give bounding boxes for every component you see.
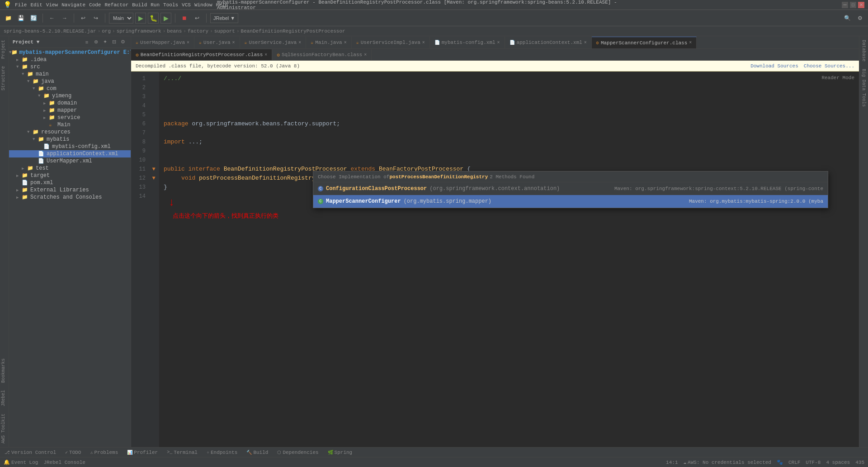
- titlebar-menu-tools[interactable]: Tools: [163, 2, 178, 8]
- open-file-button[interactable]: 📁: [3, 13, 14, 24]
- aws-toolkit-tab[interactable]: AWS Toolkit: [0, 410, 9, 447]
- gutter-11[interactable]: ▼: [148, 165, 159, 174]
- tab-mapperscannerconfig[interactable]: ⚙ MapperScannerConfigurer.class ×: [592, 37, 697, 48]
- redo-button[interactable]: ↪: [90, 13, 101, 24]
- titlebar-menu-navigate[interactable]: Navigate: [61, 2, 85, 8]
- tree-mybatis-folder[interactable]: ▼ 📁 mybatis: [9, 136, 131, 143]
- tab-mapperscannerconfig-close[interactable]: ×: [689, 40, 692, 45]
- reader-mode-button[interactable]: Reader Mode: [821, 73, 854, 82]
- impl-item-1[interactable]: C ConfigurationClassPostProcessor (org.s…: [313, 182, 828, 195]
- terminal-tab[interactable]: >_ Terminal: [164, 449, 200, 456]
- impl-arrow-11[interactable]: ▼: [152, 166, 155, 172]
- titlebar-menu-window[interactable]: Window: [194, 2, 212, 8]
- titlebar-menu-code[interactable]: Code: [89, 2, 101, 8]
- tab-mybatis-config[interactable]: 📄 mybatis-config.xml ×: [430, 37, 505, 48]
- tree-pom[interactable]: ▶ 📄 pom.xml: [9, 179, 131, 186]
- tab-userservice-close[interactable]: ×: [298, 40, 301, 45]
- titlebar-menu-vcs[interactable]: VCS: [182, 2, 191, 8]
- tree-java[interactable]: ▼ 📁 java: [9, 78, 131, 85]
- coverage-button[interactable]: ▶: [160, 13, 171, 24]
- titlebar-menu-edit[interactable]: Edit: [30, 2, 42, 8]
- close-button[interactable]: ✕: [858, 2, 864, 8]
- subtab-beandef-close[interactable]: ×: [264, 52, 267, 57]
- tree-idea[interactable]: ▶ 📁 .idea: [9, 56, 131, 63]
- breadcrumb-jar[interactable]: spring-beans-5.2.10.RELEASE.jar: [4, 29, 96, 34]
- tree-main-java[interactable]: ▶ ☕ Main: [9, 121, 131, 129]
- tree-yimeng[interactable]: ▼ 📁 yimeng: [9, 92, 131, 100]
- minimize-button[interactable]: ─: [842, 2, 848, 8]
- tab-main-close[interactable]: ×: [344, 40, 347, 45]
- tree-scratches[interactable]: ▶ 📁 Scratches and Consoles: [9, 194, 131, 201]
- tab-main[interactable]: ☕ Main.java ×: [306, 37, 351, 48]
- titlebar-menu-view[interactable]: View: [46, 2, 58, 8]
- sync-button[interactable]: 🔄: [28, 13, 39, 24]
- tree-mybatis-config[interactable]: ▶ 📄 mybatis-config.xml: [9, 143, 131, 150]
- tab-userserviceimpl[interactable]: ☕ UserServiceImpl.java ×: [352, 37, 430, 48]
- project-tool-3[interactable]: ✦: [101, 38, 109, 46]
- run-button[interactable]: ▶: [135, 13, 146, 24]
- project-tab[interactable]: Project: [0, 36, 9, 62]
- crlf-status[interactable]: CRLF: [788, 460, 800, 465]
- code-content[interactable]: Reader Mode /.../ package org.springfram…: [159, 71, 859, 447]
- tree-resources[interactable]: ▼ 📁 resources: [9, 129, 131, 136]
- tree-com[interactable]: ▼ 📁 com: [9, 85, 131, 92]
- breadcrumb-org[interactable]: org: [102, 29, 111, 34]
- tree-external-libs[interactable]: ▶ 📁 External Libraries: [9, 186, 131, 194]
- choose-sources-link[interactable]: Choose Sources...: [804, 63, 854, 69]
- stop-button[interactable]: ⏹: [179, 13, 190, 24]
- impl-arrow-12[interactable]: ▼: [152, 175, 155, 181]
- rerun-button[interactable]: ↩: [192, 13, 203, 24]
- tree-mapper[interactable]: ▶ 📁 mapper: [9, 107, 131, 114]
- cursor-position-status[interactable]: 14:1: [666, 460, 678, 465]
- code-editor[interactable]: 1 2 3 4 5 6 7 8 9 10 11 12 13 14: [131, 71, 859, 447]
- build-tab[interactable]: 🔨 Build: [244, 449, 271, 456]
- tree-domain[interactable]: ▶ 📁 domain: [9, 100, 131, 107]
- structure-tab[interactable]: Structure: [0, 62, 9, 94]
- settings-button[interactable]: ⚙: [854, 13, 865, 24]
- debug-button[interactable]: 🐛: [148, 13, 159, 24]
- tree-target[interactable]: ▶ 📁 target: [9, 172, 131, 179]
- back-button[interactable]: ←: [47, 13, 57, 24]
- download-sources-link[interactable]: Download Sources: [750, 63, 798, 69]
- titlebar-menu-refactor[interactable]: Refactor: [104, 2, 128, 8]
- version-control-tab[interactable]: ⎇ Version Control: [2, 449, 59, 456]
- problems-tab[interactable]: ⚠ Problems: [87, 449, 121, 456]
- column-status[interactable]: 435: [855, 460, 864, 465]
- save-button[interactable]: 💾: [15, 13, 26, 24]
- tab-userservice[interactable]: ☕ UserService.java ×: [240, 37, 307, 48]
- titlebar-menu-run[interactable]: Run: [151, 2, 160, 8]
- jrebel-side-tab[interactable]: JRebel: [0, 386, 9, 410]
- run-config-selector[interactable]: Main: [109, 13, 133, 24]
- subtab-sqlsession[interactable]: ⚙ SqlSessionFactoryBean.class ×: [272, 49, 372, 60]
- search-everywhere-button[interactable]: 🔍: [842, 13, 853, 24]
- tree-service[interactable]: ▶ 📁 service: [9, 114, 131, 121]
- database-tab[interactable]: Database: [860, 36, 867, 65]
- breadcrumb-beans[interactable]: beans: [167, 29, 182, 34]
- profiler-tab[interactable]: 📊 Profiler: [124, 449, 160, 456]
- spring-tab[interactable]: 🌿 Spring: [325, 449, 355, 456]
- tab-user-close[interactable]: ×: [232, 40, 235, 45]
- tab-user[interactable]: ☕ User.java ×: [194, 37, 240, 48]
- titlebar-menu-file[interactable]: File: [15, 2, 27, 8]
- breadcrumb-class[interactable]: BeanDefinitionRegistryPostProcessor: [241, 29, 345, 34]
- jrebel-button[interactable]: JRebel ▼: [210, 13, 238, 23]
- jrebel-console-status[interactable]: JRebel Console: [43, 460, 85, 465]
- tree-test[interactable]: ▶ 📁 test: [9, 165, 131, 172]
- project-tool-2[interactable]: ⊕: [92, 38, 100, 46]
- undo-button[interactable]: ↩: [78, 13, 89, 24]
- breadcrumb-support[interactable]: support: [214, 29, 235, 34]
- tab-appctx-close[interactable]: ×: [584, 40, 587, 45]
- endpoints-tab[interactable]: ⬦ Endpoints: [204, 449, 240, 456]
- tab-userserviceimpl-close[interactable]: ×: [422, 40, 425, 45]
- gutter-12[interactable]: ▼: [148, 174, 159, 183]
- tab-appctx[interactable]: 📄 applicationContext.xml ×: [505, 37, 592, 48]
- breadcrumb-factory[interactable]: factory: [188, 29, 208, 34]
- maximize-button[interactable]: □: [850, 2, 856, 8]
- dog-icon-status[interactable]: 🐾: [777, 459, 783, 465]
- impl-item-2[interactable]: C MapperScannerConfigurer (org.mybatis.s…: [313, 195, 828, 208]
- forward-button[interactable]: →: [59, 13, 70, 24]
- dependencies-tab[interactable]: ⬡ Dependencies: [274, 449, 321, 456]
- project-tool-1[interactable]: ≡: [83, 38, 91, 46]
- tab-usermapper[interactable]: ☕ UserMapper.java ×: [131, 37, 194, 48]
- subtab-beandef[interactable]: ⚙ BeanDefinitionRegistryPostProcessor.cl…: [131, 49, 272, 60]
